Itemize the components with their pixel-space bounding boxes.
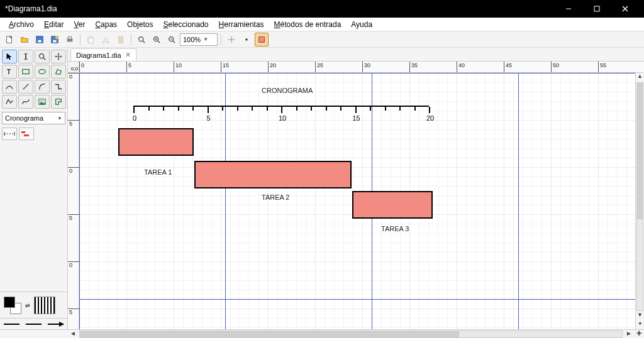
snap-icon[interactable] <box>225 33 238 46</box>
svg-point-41 <box>39 70 46 74</box>
new-file-icon[interactable] <box>3 33 16 46</box>
svg-rect-6 <box>38 40 41 42</box>
line-tool[interactable] <box>18 80 33 94</box>
svg-line-36 <box>43 58 46 60</box>
svg-point-44 <box>40 100 42 102</box>
zigzag-tool[interactable] <box>51 80 66 94</box>
magnify-tool[interactable] <box>35 50 50 63</box>
color-picker[interactable]: ⇄ <box>0 292 67 318</box>
menu-ayuda[interactable]: Ayuda <box>346 19 377 30</box>
text-tool[interactable]: T <box>2 65 17 79</box>
scroll-right-icon[interactable]: ► <box>624 330 634 338</box>
menu-archivo[interactable]: Archivo <box>4 19 39 30</box>
menu-seleccionado[interactable]: Seleccionado <box>158 19 213 30</box>
print-icon[interactable] <box>63 33 77 46</box>
chevron-down-icon: ▼ <box>203 36 208 42</box>
shapeset-combo[interactable]: Cronograma ▼ <box>2 112 65 124</box>
pointer-tool[interactable] <box>2 50 17 63</box>
scroll-up-icon[interactable]: ▲ <box>636 73 644 82</box>
page-guide-horizontal <box>79 73 635 74</box>
svg-rect-13 <box>89 38 93 43</box>
hatch-preview[interactable] <box>34 297 55 314</box>
outline-tool[interactable] <box>51 95 66 109</box>
page-guide-vertical <box>225 73 226 329</box>
zoom-combo[interactable]: 100%▼ <box>180 33 218 46</box>
diagram-title[interactable]: CRONOGRAMA <box>262 87 313 94</box>
task-bar-1[interactable] <box>118 128 194 156</box>
chevron-down-icon: ▼ <box>57 116 62 121</box>
svg-rect-8 <box>53 40 56 42</box>
zoom-in-icon[interactable] <box>150 33 164 46</box>
saveas-icon[interactable] <box>48 33 62 46</box>
task-bar-3[interactable] <box>352 191 433 219</box>
menu-capas[interactable]: Capas <box>90 19 122 30</box>
arc-tool[interactable] <box>35 80 50 94</box>
svg-rect-31 <box>259 36 265 42</box>
zoom-value: 100% <box>183 36 201 43</box>
menu-editar[interactable]: Editar <box>39 19 69 30</box>
horizontal-scrollbar[interactable] <box>79 330 623 338</box>
task-label-2[interactable]: TAREA 2 <box>262 194 289 201</box>
zoom-out-icon[interactable] <box>165 33 179 46</box>
svg-line-20 <box>143 40 145 43</box>
cut-icon[interactable] <box>99 33 113 46</box>
task-label-1[interactable]: TAREA 1 <box>144 168 172 176</box>
nav-plus-icon[interactable]: ✦ <box>636 320 644 329</box>
save-icon[interactable] <box>33 33 47 46</box>
zoom-fit-icon[interactable] <box>135 33 148 46</box>
svg-point-9 <box>55 35 58 38</box>
page-guide-horizontal <box>79 299 635 300</box>
scroll-tool[interactable] <box>51 50 66 63</box>
ruler-corner: 0,0 <box>68 62 79 73</box>
menu-ver[interactable]: Ver <box>69 19 90 30</box>
paste-icon[interactable] <box>114 33 128 46</box>
svg-line-26 <box>173 40 175 43</box>
shape-timeline-icon[interactable] <box>2 128 17 140</box>
polygon-tool[interactable] <box>51 65 66 79</box>
svg-rect-18 <box>119 36 123 43</box>
statusbar: ◄ ► ✚ <box>0 329 644 338</box>
minimize-button[interactable] <box>555 0 582 18</box>
task-label-3[interactable]: TAREA 3 <box>381 225 409 232</box>
bezier-tool[interactable] <box>2 80 17 94</box>
svg-rect-11 <box>68 36 71 39</box>
copy-icon[interactable] <box>84 33 97 46</box>
image-tool[interactable] <box>35 95 50 109</box>
canvas[interactable]: CRONOGRAMA 0 5 10 15 20 TAREA 1 T <box>79 73 635 329</box>
add-page-icon[interactable]: ✚ <box>634 330 644 338</box>
dot-icon[interactable] <box>240 33 253 46</box>
tab-close-icon[interactable]: ✕ <box>125 51 131 59</box>
box-tool[interactable] <box>18 65 33 79</box>
maximize-button[interactable] <box>583 0 611 18</box>
object-highlight-icon[interactable] <box>255 33 269 46</box>
svg-line-22 <box>158 40 160 43</box>
menu-herramientas[interactable]: Herramientas <box>214 19 269 30</box>
close-button[interactable] <box>611 0 639 18</box>
menubar: Archivo Editar Ver Capas Objetos Selecci… <box>0 18 644 31</box>
tab-diagrama1[interactable]: Diagrama1.dia ✕ <box>70 48 136 61</box>
shape-bars-icon[interactable] <box>19 128 34 140</box>
menu-metodos[interactable]: Métodos de entrada <box>269 19 347 30</box>
menu-objetos[interactable]: Objetos <box>122 19 158 30</box>
task-bar-2[interactable] <box>194 161 352 188</box>
shapeset-label: Cronograma <box>5 114 43 122</box>
tool-panel: T Cronograma ▼ ⇄ <box>0 48 68 329</box>
polyline-tool[interactable] <box>2 95 17 109</box>
window-title: *Diagrama1.dia <box>5 4 555 13</box>
svg-point-35 <box>40 54 44 58</box>
svg-rect-40 <box>23 70 30 74</box>
bezierline-tool[interactable] <box>18 95 33 109</box>
timeline-axis[interactable]: 0 5 10 15 20 <box>133 106 429 107</box>
text-cursor-tool[interactable] <box>18 50 33 63</box>
ellipse-tool[interactable] <box>35 65 50 79</box>
vertical-scrollbar[interactable]: ▲ ▼ ✦ <box>635 73 644 329</box>
scroll-down-icon[interactable]: ▼ <box>636 312 644 320</box>
open-file-icon[interactable] <box>18 33 31 46</box>
fgbg-swatch[interactable] <box>4 297 21 314</box>
scroll-left-icon[interactable]: ◄ <box>68 330 78 338</box>
tab-label: Diagrama1.dia <box>76 52 121 59</box>
swap-colors-icon[interactable]: ⇄ <box>25 302 30 308</box>
svg-rect-48 <box>21 131 25 133</box>
line-style-row[interactable] <box>0 318 67 329</box>
horizontal-ruler: 0 5 10 15 20 25 30 35 40 45 50 55 <box>79 62 644 73</box>
